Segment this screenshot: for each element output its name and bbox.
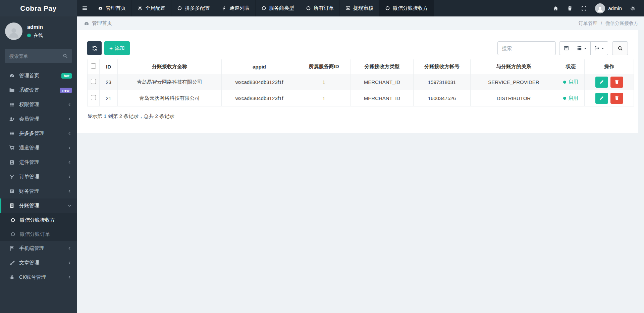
col-header-name: 分账接收方全称 <box>118 59 222 74</box>
tab-provider-type[interactable]: 服务商类型 <box>256 0 300 16</box>
trash-icon <box>567 6 573 11</box>
delete-button[interactable] <box>610 77 623 88</box>
topbar-right: admin <box>549 0 644 16</box>
tab-withdraw-review[interactable]: 提现审核 <box>340 0 379 16</box>
add-button[interactable]: + 添加 <box>104 41 130 55</box>
bolt-icon <box>222 6 227 11</box>
user-plus-icon <box>9 116 15 122</box>
select-all-cell <box>88 59 100 74</box>
hot-badge: hot <box>61 73 72 79</box>
export-button[interactable] <box>591 41 608 55</box>
cell-appid: wxcad8304db3123f1f <box>222 90 297 106</box>
sidebar-menu: 管理首页 hot 系统设置 new 权限管理 会员管理 拼多多管理 <box>0 69 77 284</box>
sidebar-item-wechat-sharing-orders[interactable]: 微信分账订单 <box>0 227 77 241</box>
chevron-left-icon <box>67 117 72 121</box>
breadcrumb-separator: / <box>601 21 602 26</box>
tab-channel-list[interactable]: 通道列表 <box>216 0 256 16</box>
cell-provider-id: 1 <box>297 74 351 90</box>
detail-view-button[interactable] <box>559 41 573 55</box>
sidebar-item-channels[interactable]: 通道管理 <box>0 141 77 155</box>
search-icon <box>63 53 68 58</box>
row-checkbox[interactable] <box>91 79 96 84</box>
gears-icon <box>138 6 143 11</box>
cell-appid: wxcad8304db3123f1f <box>222 74 297 90</box>
sidebar-item-members[interactable]: 会员管理 <box>0 112 77 126</box>
main-content: 管理首页 订单管理 / 微信分账接收方 + 添加 <box>77 16 644 313</box>
select-all-checkbox[interactable] <box>91 63 96 69</box>
home-icon <box>553 6 558 11</box>
circle-icon <box>177 6 182 11</box>
flag-icon <box>9 245 15 251</box>
clear-cache-button[interactable] <box>563 0 577 16</box>
profit-sharing-submenu: 微信分账接收方 微信分账订单 <box>0 213 77 241</box>
cell-provider-id: 1 <box>297 90 351 106</box>
breadcrumb-bar: 管理首页 订单管理 / 微信分账接收方 <box>77 16 644 30</box>
status-badge: 启用 <box>563 79 578 85</box>
brush-icon <box>9 260 15 266</box>
col-header-provider-id: 所属服务商ID <box>297 59 351 74</box>
tab-global-config[interactable]: 全局配置 <box>132 0 171 16</box>
columns-button[interactable] <box>573 41 591 55</box>
chevron-left-icon <box>67 146 72 150</box>
avatar <box>595 3 605 13</box>
table-row: 21 青岛云沃网络科技有限公司 wxcad8304db3123f1f 1 MER… <box>88 90 634 106</box>
sidebar-item-ck-accounts[interactable]: CK账号管理 <box>0 270 77 284</box>
tab-label: 微信分账接收方 <box>393 5 428 11</box>
tab-label: 全局配置 <box>145 5 165 11</box>
edit-button[interactable] <box>595 93 608 104</box>
col-header-type: 分账接收方类型 <box>351 59 414 74</box>
tab-wechat-receivers[interactable]: 微信分账接收方 <box>379 0 434 16</box>
delete-button[interactable] <box>610 93 623 104</box>
home-button[interactable] <box>549 0 563 16</box>
status-badge: 启用 <box>563 95 578 101</box>
table-toolbar: + 添加 <box>87 41 628 55</box>
image-icon <box>345 6 351 11</box>
receivers-table: ID 分账接收方全称 appid 所属服务商ID 分账接收方类型 分账接收方帐号… <box>87 59 634 106</box>
tab-label: 服务商类型 <box>269 5 294 11</box>
circle-icon <box>385 6 390 11</box>
cell-type: MERCHANT_ID <box>351 90 414 106</box>
sidebar-item-onboarding[interactable]: 进件管理 <box>0 155 77 170</box>
sidebar-item-profit-sharing[interactable]: 分账管理 <box>0 198 77 213</box>
refresh-button[interactable] <box>87 41 102 55</box>
col-header-status: 状态 <box>557 59 585 74</box>
tab-pdd-config[interactable]: 拼多多配置 <box>171 0 216 16</box>
row-checkbox[interactable] <box>91 95 96 100</box>
sidebar-item-finance[interactable]: 财务管理 <box>0 184 77 198</box>
sidebar-item-articles[interactable]: 文章管理 <box>0 256 77 270</box>
topbar: Cobra Pay 管理首页 全局配置 拼多多配置 通道列表 服务商类型 所有订… <box>0 0 644 16</box>
pointer-icon <box>9 174 15 180</box>
settings-button[interactable] <box>626 0 640 16</box>
menu-search-input[interactable] <box>5 49 72 63</box>
edit-button[interactable] <box>595 77 608 88</box>
table-search-input[interactable] <box>497 41 556 55</box>
sidebar-item-mobile[interactable]: 手机端管理 <box>0 241 77 256</box>
search-button[interactable] <box>612 41 628 55</box>
table-row: 23 青岛易智云网络科技有限公司 wxcad8304db3123f1f 1 ME… <box>88 74 634 90</box>
breadcrumb-home-link[interactable]: 管理首页 <box>84 20 112 27</box>
gauge-icon <box>9 73 15 79</box>
user-icon <box>596 5 604 13</box>
pencil-icon <box>599 80 604 84</box>
export-icon <box>594 46 599 51</box>
sidebar-toggle-button[interactable] <box>77 0 92 16</box>
cell-id: 21 <box>100 90 118 106</box>
breadcrumb-parent: 订单管理 <box>579 20 597 27</box>
online-status: 在线 <box>27 33 43 39</box>
user-menu[interactable]: admin <box>591 3 626 13</box>
tab-dashboard[interactable]: 管理首页 <box>92 0 132 16</box>
sidebar-item-pdd[interactable]: 拼多多管理 <box>0 126 77 141</box>
sidebar-item-system-settings[interactable]: 系统设置 new <box>0 83 77 97</box>
tab-label: 管理首页 <box>106 5 126 11</box>
menu-search <box>5 49 72 63</box>
sidebar-item-permissions[interactable]: 权限管理 <box>0 97 77 112</box>
sidebar-item-orders[interactable]: 订单管理 <box>0 170 77 184</box>
sidebar-item-dashboard[interactable]: 管理首页 hot <box>0 69 77 83</box>
tab-all-orders[interactable]: 所有订单 <box>300 0 340 16</box>
record-summary: 显示第 1 到第 2 条记录，总共 2 条记录 <box>87 113 628 120</box>
sidebar-item-wechat-receivers[interactable]: 微信分账接收方 <box>0 213 77 227</box>
cell-relation: DISTRIBUTOR <box>471 90 557 106</box>
tab-label: 提现审核 <box>353 5 373 11</box>
trash-icon <box>614 80 619 84</box>
fullscreen-button[interactable] <box>577 0 591 16</box>
